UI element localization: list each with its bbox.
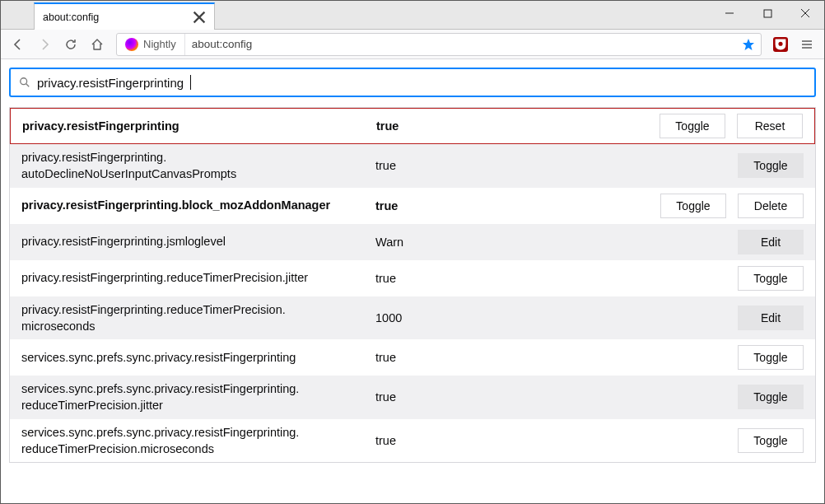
ublock-icon[interactable] [768,32,793,57]
toggle-button[interactable]: Toggle [660,194,726,218]
pref-table: privacy.resistFingerprintingtrueToggleRe… [9,107,816,463]
url-bar[interactable]: Nightly [116,33,762,56]
edit-button[interactable]: Edit [738,230,804,254]
reload-button[interactable] [58,32,83,57]
pref-name: services.sync.prefs.sync.privacy.resistF… [21,380,375,414]
pref-actions: Toggle [738,428,804,453]
pref-search-box[interactable]: privacy.resistFingerprinting [9,68,816,97]
pref-row[interactable]: privacy.resistFingerprintingtrueToggleRe… [10,108,815,144]
identity-box[interactable]: Nightly [117,34,185,55]
search-icon [19,77,30,88]
pref-name: privacy.resistFingerprinting.block_mozAd… [21,197,375,213]
pref-search-value: privacy.resistFingerprinting [37,76,184,90]
pref-row[interactable]: privacy.resistFingerprinting. autoDeclin… [10,144,815,188]
pref-actions: ToggleReset [660,114,803,138]
firefox-logo-icon [125,38,138,51]
toggle-button[interactable]: Toggle [738,153,804,178]
pref-row[interactable]: privacy.resistFingerprinting.reduceTimer… [10,296,815,340]
forward-button[interactable] [32,32,57,57]
pref-actions: Toggle [738,385,804,409]
identity-label: Nightly [143,38,176,50]
hamburger-menu-icon[interactable] [795,32,819,57]
pref-value: true [375,434,738,447]
url-input[interactable] [185,38,736,50]
pref-actions: Toggle [738,345,804,370]
minimize-button[interactable] [711,1,748,26]
pref-name: services.sync.prefs.sync.privacy.resistF… [21,349,375,366]
home-button[interactable] [85,32,110,57]
window-controls [711,1,824,26]
edit-button[interactable]: Edit [738,306,804,330]
svg-point-2 [21,78,27,85]
pref-actions: Edit [738,306,804,330]
pref-value: true [376,119,660,133]
pref-actions: Toggle [738,153,804,178]
pref-value: true [375,159,738,172]
pref-actions: Edit [738,230,804,254]
toggle-button[interactable]: Toggle [738,385,804,409]
pref-value: true [375,390,738,404]
nav-toolbar: Nightly [1,30,824,59]
pref-row[interactable]: services.sync.prefs.sync.privacy.resistF… [10,339,815,376]
pref-row[interactable]: privacy.resistFingerprinting.jsmloglevel… [10,224,815,260]
pref-value: true [375,272,738,285]
browser-tab[interactable]: about:config [34,2,215,30]
toggle-button[interactable]: Toggle [660,114,725,138]
reset-button[interactable]: Reset [737,114,803,138]
tab-title: about:config [43,12,186,23]
pref-value: true [375,199,660,212]
pref-name: services.sync.prefs.sync.privacy.resistF… [21,424,375,458]
pref-actions: Toggle [738,266,804,291]
pref-value: true [375,351,738,364]
pref-name: privacy.resistFingerprinting.reduceTimer… [21,301,375,335]
pref-row[interactable]: services.sync.prefs.sync.privacy.resistF… [10,376,815,419]
toggle-button[interactable]: Toggle [738,428,804,453]
bookmark-star-icon[interactable] [736,33,761,56]
pref-row[interactable]: services.sync.prefs.sync.privacy.resistF… [10,419,815,463]
svg-rect-0 [764,10,771,17]
pref-value: Warn [375,236,738,249]
svg-point-1 [778,41,782,45]
about-config-content: privacy.resistFingerprinting privacy.res… [1,59,824,471]
text-caret [190,75,191,90]
toggle-button[interactable]: Toggle [738,266,804,291]
maximize-button[interactable] [748,1,786,26]
pref-name: privacy.resistFingerprinting [22,118,376,134]
title-bar: about:config [1,1,824,30]
pref-row[interactable]: privacy.resistFingerprinting.block_mozAd… [10,188,815,224]
delete-button[interactable]: Delete [738,194,804,218]
window-close-button[interactable] [786,1,824,26]
pref-name: privacy.resistFingerprinting. autoDeclin… [21,149,375,183]
pref-name: privacy.resistFingerprinting.reduceTimer… [21,269,375,286]
pref-actions: ToggleDelete [660,194,804,218]
toggle-button[interactable]: Toggle [738,345,804,370]
close-tab-icon[interactable] [193,11,206,24]
back-button[interactable] [6,32,30,57]
pref-value: 1000 [375,311,738,324]
pref-name: privacy.resistFingerprinting.jsmloglevel [21,233,375,250]
pref-row[interactable]: privacy.resistFingerprinting.reduceTimer… [10,260,815,296]
